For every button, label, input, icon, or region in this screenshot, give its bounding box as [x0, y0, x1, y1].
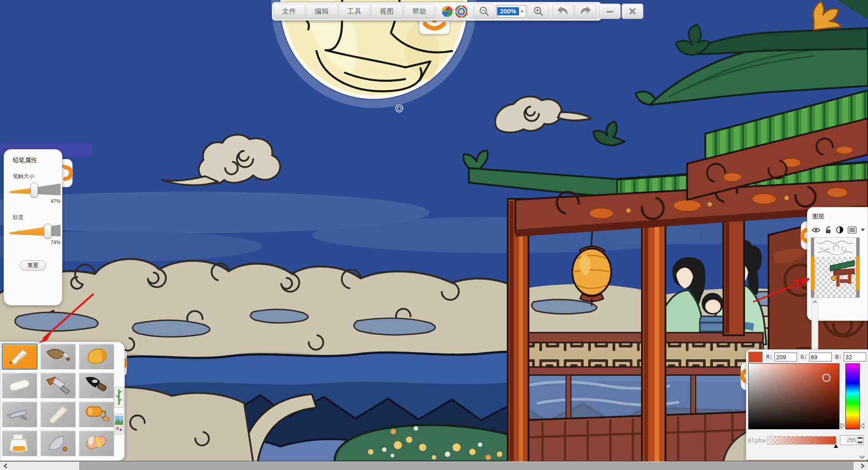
b-label: B:: [835, 354, 842, 360]
softness-thumb[interactable]: [44, 224, 52, 239]
redo-button[interactable]: [575, 4, 596, 19]
layer-list-icon[interactable]: [848, 226, 857, 234]
scroll-left-button[interactable]: [0, 462, 11, 470]
close-icon: [627, 6, 637, 16]
brush-size-label: 笔触大小: [13, 173, 58, 180]
layer-item-below[interactable]: [811, 290, 859, 297]
drawing-canvas[interactable]: [0, 0, 868, 470]
zoom-out-icon: [479, 6, 490, 17]
menu-help[interactable]: 帮助: [404, 4, 435, 19]
tool-palette-panel: [0, 342, 125, 461]
alpha-up-icon[interactable]: [857, 436, 863, 440]
tool-quill-knife[interactable]: [40, 430, 76, 456]
b-input[interactable]: [844, 352, 866, 362]
mascot-eye-right-icon[interactable]: [455, 5, 467, 18]
redo-icon: [579, 5, 592, 17]
softness-value: 74%: [10, 240, 61, 245]
picture-stamp-button[interactable]: [114, 414, 124, 435]
saturation-value-field[interactable]: [748, 363, 840, 429]
menu-view[interactable]: 视图: [371, 4, 403, 19]
menu-tools[interactable]: 工具: [339, 4, 370, 19]
contrast-icon[interactable]: [836, 226, 844, 234]
tool-flat-brush[interactable]: [40, 372, 76, 399]
scrollbar-thumb[interactable]: [79, 462, 854, 470]
reset-button[interactable]: 重置: [20, 260, 46, 271]
pencil-panel-title: 铅笔属性: [13, 156, 58, 164]
brush-size-value: 47%: [10, 198, 61, 204]
chevron-right-icon: [860, 463, 865, 469]
close-button[interactable]: [622, 4, 643, 19]
layers-panel: 图层: [807, 207, 868, 321]
tool-eraser[interactable]: [79, 430, 114, 456]
layers-panel-title: 图层: [812, 212, 865, 221]
r-input[interactable]: [774, 352, 797, 362]
tool-airbrush[interactable]: [2, 401, 38, 428]
scroll-up-icon[interactable]: [812, 299, 817, 305]
alpha-label: Alpha: [748, 437, 767, 444]
zoom-level-value: 200%: [497, 7, 519, 15]
g-input[interactable]: [809, 352, 832, 362]
layer-list[interactable]: [811, 237, 860, 298]
hue-bar[interactable]: [845, 363, 860, 429]
tool-chalk[interactable]: [2, 372, 38, 399]
visibility-eye-icon[interactable]: [811, 227, 821, 233]
chevron-left-icon: [3, 463, 8, 469]
undo-icon: [557, 5, 569, 17]
g-label: G:: [801, 354, 807, 360]
tool-pencil[interactable]: [2, 343, 38, 370]
layer-item-sketch[interactable]: [811, 238, 859, 257]
bamboo-stamp-button[interactable]: [114, 387, 124, 408]
minimize-icon: [605, 6, 615, 16]
minimize-button[interactable]: [599, 4, 621, 19]
sv-cursor-ring[interactable]: [822, 374, 830, 382]
horizontal-scrollbar[interactable]: [0, 461, 868, 470]
alpha-value: 255: [840, 436, 857, 445]
undo-button[interactable]: [552, 4, 574, 19]
alpha-down-icon[interactable]: [857, 440, 863, 445]
menu-edit[interactable]: 编辑: [306, 4, 338, 19]
layer-item-selected[interactable]: [811, 257, 859, 290]
alpha-thumb[interactable]: [834, 444, 838, 448]
softness-track: [10, 224, 61, 238]
zoom-caret-icon[interactable]: ▾: [519, 9, 525, 14]
tool-crayon[interactable]: [79, 343, 114, 370]
tool-paint-roller[interactable]: [79, 401, 114, 428]
panel-collapse-chevron-icon[interactable]: [859, 455, 865, 459]
app-window: 文件 编辑 工具 视图 帮助: [0, 0, 868, 470]
softness-slider[interactable]: [10, 223, 61, 239]
tool-paint-bottle[interactable]: [2, 430, 38, 456]
tool-blending-stump[interactable]: [40, 401, 76, 428]
unlock-icon[interactable]: [825, 226, 832, 234]
menu-file[interactable]: 文件: [274, 4, 305, 19]
main-toolbar: 文件 编辑 工具 视图 帮助: [272, 2, 602, 19]
zoom-out-button[interactable]: [473, 4, 495, 19]
hue-marker-left[interactable]: [840, 423, 845, 429]
alpha-spinner[interactable]: 255: [840, 435, 863, 445]
caret-down-icon[interactable]: [861, 228, 865, 231]
alpha-slider[interactable]: [767, 436, 836, 445]
tool-wooden-brush[interactable]: [40, 343, 76, 370]
brush-size-thumb[interactable]: [30, 183, 38, 197]
mascot-eye-left-icon[interactable]: [441, 5, 453, 18]
scroll-right-button[interactable]: [857, 462, 868, 470]
pencil-properties-panel: 铅笔属性 笔触大小 47% 软度 74% 重置: [4, 149, 62, 306]
current-color-swatch: [748, 352, 763, 362]
tool-ink-brush[interactable]: [79, 372, 114, 399]
color-picker-panel: R: G: B: Alpha 255: [746, 349, 868, 460]
softness-label: 软度: [13, 214, 58, 221]
layer-thumbnail-pavilion: [829, 258, 855, 287]
brush-size-slider[interactable]: [10, 182, 61, 197]
hue-marker-right[interactable]: [860, 423, 864, 429]
zoom-level-combo[interactable]: 200% ▾: [496, 5, 526, 18]
zoom-in-button[interactable]: [528, 4, 549, 19]
r-label: R:: [766, 354, 773, 360]
zoom-in-icon: [533, 6, 544, 17]
